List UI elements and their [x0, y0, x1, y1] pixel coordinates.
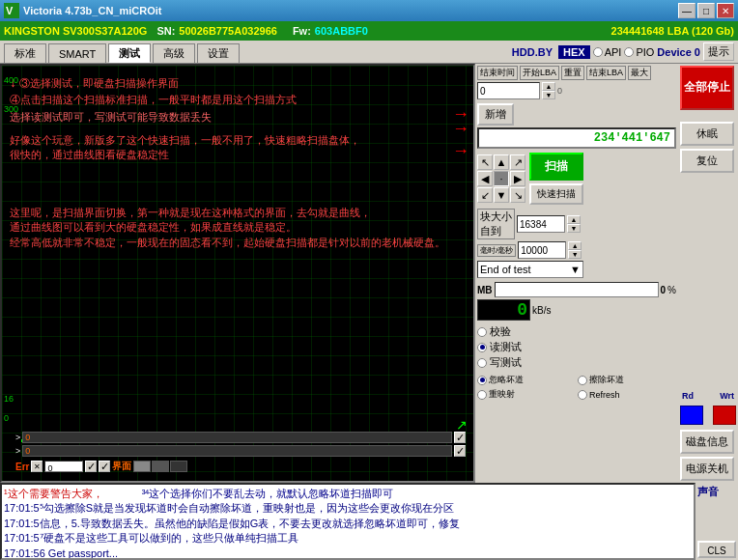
start-lba-btn[interactable]: 开始LBA [520, 66, 559, 80]
title-bar: V Victoria 4.73b_CN_miCROit — □ ✕ [0, 0, 738, 21]
mb-label: MB [477, 285, 493, 295]
dir-up[interactable]: ▲ [494, 154, 509, 170]
start-lba-up[interactable]: ▲ [542, 82, 555, 91]
block-size-down[interactable]: ▼ [567, 224, 581, 233]
bad-sector-options: 忽略坏道 擦除坏道 重映射 Refresh [477, 374, 676, 401]
api-radio[interactable] [593, 47, 603, 57]
tabs-right: HDD.BY HEX API PIO Device 0 提示 [493, 42, 734, 63]
mb-percent-row: MB 0 % [477, 282, 676, 297]
lba-controls: 结束时间 开始LBA 重置 结束LBA 最大 [477, 66, 676, 80]
arrow-fastscan: → [452, 141, 469, 161]
dir-down[interactable]: ▼ [494, 187, 509, 203]
tabs-bar: 标准 SMART 测试 高级 设置 HDD.BY HEX API PIO Dev… [0, 41, 738, 64]
hdd-by-label: HDD.BY [512, 46, 553, 58]
remap-label: 重映射 [489, 388, 515, 401]
right-sidebar: 全部停止 休眠 复位 Rd Wrt 磁盘信息 电源关机 [678, 64, 738, 483]
write-radio[interactable] [477, 358, 487, 368]
scan-button[interactable]: 扫描 [529, 153, 583, 181]
dir-left[interactable]: ◀ [477, 171, 493, 186]
cls-button[interactable]: CLS [697, 541, 736, 558]
y-label-300: 300 [4, 104, 18, 114]
time-label: 毫时/毫秒 [477, 244, 516, 257]
close-button[interactable]: ✕ [717, 3, 734, 18]
bottom-progress-bars: > 0 ✓ > 0 ✓ [15, 432, 466, 457]
right-control-panel: 结束时间 开始LBA 重置 结束LBA 最大 ▲ ▼ 0 新增 23 [475, 64, 678, 483]
log-line-2: 17:01:5信息，5.导致数据丢失。虽然他的缺陷是假如G表，不要去更改就选择忽… [4, 517, 692, 531]
read-radio[interactable] [477, 343, 487, 352]
maximize-button[interactable]: □ [697, 3, 715, 18]
reset-button[interactable]: 复位 [680, 149, 734, 173]
kbs-value: 0 [477, 299, 530, 321]
dir-up-left[interactable]: ↖ [477, 154, 493, 170]
err-check2[interactable]: ✓ [85, 461, 97, 472]
fw-label: Fw: [293, 25, 311, 37]
minimize-button[interactable]: — [678, 3, 695, 18]
read-label: 读测试 [490, 340, 522, 354]
mb-progress-bar [495, 282, 659, 297]
reset-0: 0 [557, 86, 562, 96]
fw-value: 603ABBF0 [315, 25, 368, 37]
err-check3[interactable]: ✓ [99, 461, 110, 472]
checkbox-bottom[interactable]: ✓ [454, 445, 466, 457]
bottom-area: ¹这个需要警告大家，³⁴这个选择你们不要乱去动，就默认忽略坏道扫描即可 17:0… [0, 483, 738, 560]
err-checkbox[interactable]: ✕ [31, 461, 43, 472]
fastscan-button[interactable]: 快速扫描 [529, 183, 583, 205]
wrt-label: Wrt [720, 391, 734, 401]
remap-item: 重映射 [477, 388, 576, 401]
xinzeng-button[interactable]: 新增 [477, 103, 514, 126]
err-row: Err ✕ 0 ✓ ✓ 界面 [15, 460, 187, 473]
tab-settings[interactable]: 设置 [197, 43, 240, 63]
arrow-readtest: → [452, 104, 469, 125]
refresh-radio[interactable] [578, 390, 587, 400]
log-controls: 声音 CLS [695, 483, 738, 560]
time-ms-row: 毫时/毫秒 ▲ ▼ [477, 241, 676, 259]
sleep-button[interactable]: 休眠 [680, 122, 734, 146]
interface-label-inline: 界面 [112, 460, 131, 473]
pio-radio[interactable] [624, 47, 634, 57]
log-line-3: 17:01:5⁷硬盘不是这些工具可以做到的，这些只做单纯扫描工具 [4, 531, 692, 546]
time-up[interactable]: ▲ [568, 241, 582, 250]
ignore-item: 忽略坏道 [477, 374, 576, 386]
rd-light [680, 406, 703, 425]
disk-info-button[interactable]: 磁盘信息 [680, 430, 734, 454]
dir-up-right[interactable]: ↗ [510, 154, 525, 170]
log-line-0: ¹这个需要警告大家，³⁴这个选择你们不要乱去动，就默认忽略坏道扫描即可 [4, 487, 692, 501]
block-size-input[interactable] [517, 215, 565, 233]
dir-down-left[interactable]: ↙ [477, 187, 493, 203]
tixing-button[interactable]: 提示 [703, 42, 734, 61]
remap-radio[interactable] [477, 390, 487, 400]
scan-grid: ↓ ③选择测试，即硬盘扫描操作界面 ④点击扫描这个扫描标准扫描，一般平时都是用这… [2, 66, 473, 481]
percent-val: 0 [661, 285, 667, 295]
tab-smart[interactable]: SMART [48, 43, 106, 63]
checkbox-top[interactable]: ✓ [454, 432, 466, 443]
direction-pad: ↖ ▲ ↗ ◀ · ▶ ↙ ▼ ↘ [477, 154, 525, 203]
verify-radio[interactable] [477, 327, 487, 337]
y-label-0: 0 [4, 413, 9, 423]
hex-button[interactable]: HEX [558, 45, 590, 59]
time-down[interactable]: ▼ [568, 250, 582, 259]
ignore-radio[interactable] [477, 376, 487, 385]
refresh-label: Refresh [589, 390, 620, 400]
erase-radio[interactable] [578, 376, 587, 385]
rd-wrt-lights [680, 406, 736, 425]
start-lba-down[interactable]: ▼ [542, 91, 555, 99]
tab-test[interactable]: 测试 [108, 43, 151, 63]
block-size-up[interactable]: ▲ [567, 215, 581, 224]
time-input[interactable] [518, 241, 566, 259]
log-line-4: 17:01:56 Get passport... [4, 546, 692, 560]
start-time-label: 结束时间 [477, 66, 518, 80]
power-button[interactable]: 电源关机 [680, 457, 734, 481]
annotation-fast: 好像这个玩意，新版多了这个快速扫描，一般不用了，快速粗略扫描盘体，很快的，通过曲… [10, 133, 360, 163]
stop-all-button[interactable]: 全部停止 [680, 66, 734, 110]
dir-down-right[interactable]: ↘ [510, 187, 525, 203]
end-of-test-dropdown[interactable]: End of test ▼ [477, 261, 583, 278]
tab-standard[interactable]: 标准 [4, 43, 46, 63]
start-lba-input[interactable] [477, 82, 540, 99]
dir-right[interactable]: ▶ [510, 171, 525, 186]
kbs-row: 0 kB/s [477, 299, 676, 321]
tab-advanced[interactable]: 高级 [153, 43, 195, 63]
main-content: ↓ ③选择测试，即硬盘扫描操作界面 ④点击扫描这个扫描标准扫描，一般平时都是用这… [0, 64, 738, 483]
reset-label-small: 重置 [561, 66, 584, 80]
verify-radio-item: 校验 [477, 324, 676, 339]
app-icon: V [4, 3, 19, 18]
